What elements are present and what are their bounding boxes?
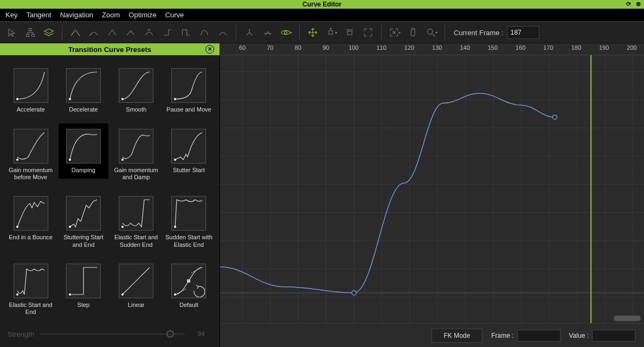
tangent-linear-icon[interactable] <box>104 24 121 41</box>
restore-icon[interactable]: ⟳ <box>624 0 632 8</box>
preset-label: Smooth <box>111 106 161 114</box>
preset-elastic-both[interactable]: Elastic Start and End <box>5 264 56 316</box>
menu-optimize[interactable]: Optimize <box>125 10 159 20</box>
frame-selection-icon[interactable] <box>359 24 377 41</box>
preset-thumb <box>171 68 206 103</box>
preset-smooth[interactable]: Smooth <box>111 68 162 114</box>
ruler-tick: 110 <box>376 44 386 51</box>
menu-navigation[interactable]: Navigation <box>57 10 96 20</box>
preset-stutter-start[interactable]: Stutter Start <box>164 129 214 181</box>
preset-decelerate[interactable]: Decelerate <box>58 68 108 114</box>
preset-thumb <box>171 196 206 231</box>
svg-point-8 <box>16 98 18 100</box>
ruler-tick: 80 <box>295 44 301 51</box>
preset-step[interactable]: Step <box>58 264 108 316</box>
preset-thumb <box>66 68 101 103</box>
insert-key-icon[interactable]: ▾ <box>323 24 340 41</box>
svg-point-19 <box>174 226 176 228</box>
preset-thumb <box>14 264 48 298</box>
current-frame-input[interactable] <box>507 26 539 39</box>
search-icon[interactable]: ▾ <box>423 24 440 41</box>
frame-field-label: Frame : <box>491 332 513 339</box>
visibility-icon[interactable]: ▾ <box>278 24 295 41</box>
preset-default[interactable]: Default <box>164 264 214 316</box>
svg-point-7 <box>427 29 433 34</box>
value-field-input[interactable] <box>592 330 635 342</box>
preset-thumb <box>66 196 101 231</box>
frame-field-input[interactable] <box>517 330 561 342</box>
preset-pause-and-move[interactable]: Pause and Move <box>164 68 214 114</box>
tangent-step-out-icon[interactable] <box>177 24 195 41</box>
tangent-clamped-icon[interactable] <box>85 24 102 41</box>
tangent-step-in-icon[interactable] <box>159 24 176 41</box>
preset-end-bounce[interactable]: End in a Bounce <box>5 196 56 248</box>
svg-point-10 <box>121 98 124 100</box>
window-title: Curve Editor <box>302 1 342 8</box>
presets-panel-title: Transition Curve Presets <box>68 45 151 54</box>
preset-label: Stuttering Start and End <box>59 234 108 248</box>
curve-graph[interactable]: 6070809010011012013014015016017018019020… <box>220 43 644 347</box>
preset-label: Gain momentum before Move <box>6 167 56 181</box>
tangent-flat-icon[interactable] <box>122 24 139 41</box>
strength-slider-handle[interactable] <box>166 330 174 338</box>
close-panel-icon[interactable]: ✕ <box>205 45 214 54</box>
preset-label: Elastic Start and Sudden End <box>111 234 161 248</box>
preset-linear[interactable]: Linear <box>111 264 162 316</box>
layers-icon[interactable] <box>40 24 57 41</box>
preset-thumb <box>171 264 206 298</box>
svg-point-52 <box>552 115 557 119</box>
preset-stutter-both[interactable]: Stuttering Start and End <box>58 196 108 248</box>
preset-elastic-sudden[interactable]: Elastic Start and Sudden End <box>111 196 162 248</box>
break-tangent-icon[interactable] <box>241 24 258 41</box>
svg-rect-5 <box>329 31 333 35</box>
menu-key[interactable]: Key <box>2 10 21 20</box>
tangent-smooth-icon[interactable] <box>196 24 213 41</box>
strength-slider[interactable] <box>40 333 185 335</box>
svg-rect-2 <box>32 34 35 36</box>
svg-point-18 <box>121 226 124 228</box>
preset-label: Damping <box>59 167 108 174</box>
unify-tangent-icon[interactable] <box>259 24 276 41</box>
horizontal-scrollbar[interactable] <box>614 316 641 321</box>
menu-tangent[interactable]: Tangent <box>23 10 54 20</box>
svg-point-22 <box>121 293 124 296</box>
preset-sudden-elastic[interactable]: Sudden Start with Elastic End <box>164 196 214 248</box>
presets-panel-header: Transition Curve Presets ✕ <box>0 43 220 55</box>
preset-accelerate[interactable]: Accelerate <box>5 68 56 114</box>
preset-label: Linear <box>111 302 161 309</box>
time-ruler[interactable]: 6070809010011012013014015016017018019020… <box>220 43 644 55</box>
preset-gain-momentum[interactable]: Gain momentum before Move <box>5 129 56 181</box>
strength-value: 94 <box>190 329 212 339</box>
svg-point-51 <box>352 291 356 295</box>
preset-gain-and-damp[interactable]: Gain momentum and Damp <box>111 129 162 181</box>
menu-curve[interactable]: Curve <box>162 10 188 20</box>
value-field-label: Value : <box>569 332 589 339</box>
close-window-icon[interactable]: ⊗ <box>634 0 642 8</box>
svg-point-21 <box>69 293 71 296</box>
tangent-auto-icon[interactable] <box>214 24 231 41</box>
pointer-tool-icon[interactable] <box>3 24 21 41</box>
preset-label: End in a Bounce <box>6 234 56 241</box>
frame-all-icon[interactable]: ▾ <box>386 24 403 41</box>
pan-icon[interactable] <box>404 24 422 41</box>
tangent-fixed-icon[interactable] <box>140 24 158 41</box>
svg-point-12 <box>16 159 18 161</box>
move-icon[interactable] <box>304 24 321 41</box>
strength-label: Strength <box>8 330 34 338</box>
fk-mode-button[interactable]: FK Mode <box>432 329 483 343</box>
menu-zoom[interactable]: Zoom <box>99 10 123 20</box>
curve-plot-area[interactable] <box>220 55 644 323</box>
preset-thumb <box>14 129 48 163</box>
current-frame-label: Current Frame : <box>454 29 504 37</box>
window-titlebar: Curve Editor ⟳ ⊗ <box>0 0 644 9</box>
toolbar-separator <box>445 25 445 40</box>
ruler-tick: 140 <box>460 44 469 51</box>
preset-thumb <box>66 129 101 163</box>
tangent-spline-icon[interactable] <box>67 24 84 41</box>
remove-key-icon[interactable] <box>341 24 358 41</box>
ruler-tick: 120 <box>404 44 414 51</box>
preset-label: Pause and Move <box>164 106 214 114</box>
preset-damping[interactable]: Damping <box>58 129 108 181</box>
preset-thumb <box>119 196 153 231</box>
hierarchy-icon[interactable] <box>22 24 39 41</box>
